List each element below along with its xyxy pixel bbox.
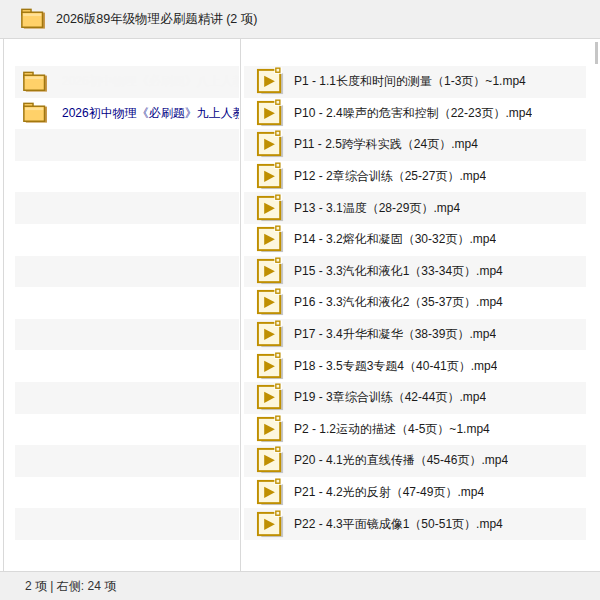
video-file-name: P12 - 2章综合训练（25-27页）.mp4 bbox=[294, 168, 486, 185]
empty-row bbox=[15, 319, 239, 351]
video-file-icon bbox=[256, 415, 285, 444]
video-list-item[interactable]: P19 - 3章综合训练（42-44页）.mp4 bbox=[244, 382, 586, 414]
video-file-name: P15 - 3.3汽化和液化1（33-34页）.mp4 bbox=[294, 263, 503, 280]
header-bar: 2026版89年级物理必刷题精讲 (2 项) bbox=[0, 0, 600, 39]
status-text: 2 项 | 右侧: 24 项 bbox=[25, 578, 116, 595]
video-file-name: P17 - 3.4升华和凝华（38-39页）.mp4 bbox=[294, 326, 496, 343]
video-file-icon bbox=[256, 352, 285, 381]
video-list-item[interactable]: P18 - 3.5专题3专题4（40-41页）.mp4 bbox=[244, 350, 586, 382]
video-list-item[interactable]: P2 - 1.2运动的描述（4-5页）~1.mp4 bbox=[244, 414, 586, 446]
empty-row bbox=[15, 350, 239, 382]
video-file-name: P19 - 3章综合训练（42-44页）.mp4 bbox=[294, 389, 486, 406]
empty-row bbox=[15, 382, 239, 414]
video-list-item[interactable]: P22 - 4.3平面镜成像1（50-51页）.mp4 bbox=[244, 508, 586, 540]
empty-row bbox=[15, 224, 239, 256]
video-list-item[interactable]: P21 - 4.2光的反射（47-49页）.mp4 bbox=[244, 477, 586, 509]
status-bar: 2 项 | 右侧: 24 项 bbox=[0, 571, 600, 600]
current-folder-title: 2026版89年级物理必刷题精讲 (2 项) bbox=[56, 11, 257, 28]
scrollbar-thumb[interactable] bbox=[595, 42, 598, 64]
video-file-name: P16 - 3.3汽化和液化2（35-37页）.mp4 bbox=[294, 294, 503, 311]
video-file-name: P22 - 4.3平面镜成像1（50-51页）.mp4 bbox=[294, 516, 503, 533]
empty-row bbox=[15, 540, 239, 572]
video-file-icon bbox=[256, 225, 285, 254]
video-list-item[interactable]: P16 - 3.3汽化和液化2（35-37页）.mp4 bbox=[244, 287, 586, 319]
empty-row bbox=[15, 477, 239, 509]
folder-icon bbox=[20, 8, 47, 30]
empty-row bbox=[15, 508, 239, 540]
video-file-icon bbox=[256, 510, 285, 539]
video-file-icon bbox=[256, 194, 285, 223]
folder-icon bbox=[22, 102, 49, 124]
video-file-name: P1 - 1.1长度和时间的测量（1-3页）~1.mp4 bbox=[294, 73, 526, 90]
video-file-name: P21 - 4.2光的反射（47-49页）.mp4 bbox=[294, 484, 484, 501]
video-file-name: P11 - 2.5跨学科实践（24页）.mp4 bbox=[294, 136, 478, 153]
video-file-name: P14 - 3.2熔化和凝固（30-32页）.mp4 bbox=[294, 231, 496, 248]
folder-list-item-selected[interactable]: 2026初中物理《必刷题》八上人教版题 bbox=[15, 66, 239, 98]
video-file-name: P2 - 1.2运动的描述（4-5页）~1.mp4 bbox=[294, 421, 490, 438]
video-file-name: P20 - 4.1光的直线传播（45-46页）.mp4 bbox=[294, 452, 508, 469]
video-list-item[interactable]: P14 - 3.2熔化和凝固（30-32页）.mp4 bbox=[244, 224, 586, 256]
video-list-item[interactable]: P20 - 4.1光的直线传播（45-46页）.mp4 bbox=[244, 445, 586, 477]
file-manager-window: 2026版89年级物理必刷题精讲 (2 项) 2026初中物理《必刷题》八上人教… bbox=[0, 0, 600, 600]
empty-row bbox=[15, 129, 239, 161]
video-list-item[interactable]: P13 - 3.1温度（28-29页）.mp4 bbox=[244, 192, 586, 224]
video-list-item[interactable]: P15 - 3.3汽化和液化1（33-34页）.mp4 bbox=[244, 256, 586, 288]
video-file-icon bbox=[256, 162, 285, 191]
folder-icon bbox=[22, 71, 49, 93]
video-file-icon bbox=[256, 446, 285, 475]
video-list-item[interactable]: P17 - 3.4升华和凝华（38-39页）.mp4 bbox=[244, 319, 586, 351]
video-file-icon bbox=[256, 257, 285, 286]
video-list-item[interactable]: P1 - 1.1长度和时间的测量（1-3页）~1.mp4 bbox=[244, 66, 586, 98]
video-file-name: P13 - 3.1温度（28-29页）.mp4 bbox=[294, 200, 460, 217]
video-file-name: P10 - 2.4噪声的危害和控制（22-23页）.mp4 bbox=[294, 105, 532, 122]
folder-list-panel: 2026初中物理《必刷题》八上人教版题 2026初中物理《必刷题》九上人教版题 bbox=[15, 66, 239, 572]
video-list-panel: P1 - 1.1长度和时间的测量（1-3页）~1.mp4 P10 - 2.4噪声… bbox=[244, 66, 586, 540]
video-file-name: P18 - 3.5专题3专题4（40-41页）.mp4 bbox=[294, 358, 497, 375]
empty-row bbox=[15, 161, 239, 193]
video-file-icon bbox=[256, 478, 285, 507]
left-panel-border bbox=[3, 39, 4, 571]
video-file-icon bbox=[256, 383, 285, 412]
empty-row bbox=[15, 192, 239, 224]
panel-divider[interactable] bbox=[240, 39, 241, 571]
empty-row bbox=[15, 287, 239, 319]
video-list-item[interactable]: P11 - 2.5跨学科实践（24页）.mp4 bbox=[244, 129, 586, 161]
empty-row bbox=[15, 256, 239, 288]
main-area: 2026初中物理《必刷题》八上人教版题 2026初中物理《必刷题》九上人教版题 … bbox=[0, 39, 600, 571]
video-file-icon bbox=[256, 130, 285, 159]
empty-row bbox=[15, 414, 239, 446]
empty-row bbox=[15, 445, 239, 477]
video-file-icon bbox=[256, 288, 285, 317]
video-file-icon bbox=[256, 320, 285, 349]
folder-name: 2026初中物理《必刷题》八上人教版题 bbox=[62, 73, 239, 90]
folder-list-item[interactable]: 2026初中物理《必刷题》九上人教版题 bbox=[15, 98, 239, 130]
video-file-icon bbox=[256, 67, 285, 96]
video-list-item[interactable]: P10 - 2.4噪声的危害和控制（22-23页）.mp4 bbox=[244, 98, 586, 130]
folder-name: 2026初中物理《必刷题》九上人教版题 bbox=[62, 105, 239, 122]
video-file-icon bbox=[256, 99, 285, 128]
video-list-item[interactable]: P12 - 2章综合训练（25-27页）.mp4 bbox=[244, 161, 586, 193]
